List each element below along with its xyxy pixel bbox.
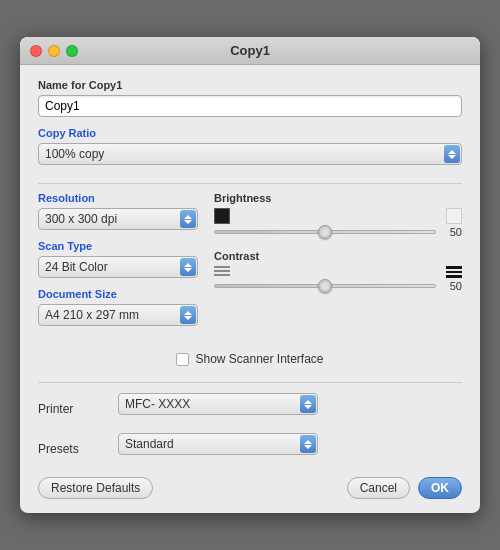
ok-button[interactable]: OK	[418, 477, 462, 499]
brightness-value: 50	[442, 226, 462, 238]
brightness-section: Brightness 50	[214, 192, 462, 238]
brightness-icon-row	[214, 208, 462, 224]
printer-select[interactable]: MFC- XXXX Other	[118, 393, 318, 415]
restore-defaults-button[interactable]: Restore Defaults	[38, 477, 153, 499]
presets-wrapper: Standard Custom	[118, 433, 318, 455]
right-buttons: Cancel OK	[347, 477, 462, 499]
close-button[interactable]	[30, 45, 42, 57]
document-size-wrapper: A4 210 x 297 mm Letter Legal A3	[38, 304, 198, 326]
dialog-window: Copy1 Name for Copy1 Copy Ratio 100% cop…	[20, 37, 480, 513]
copy-ratio-wrapper: 100% copy 50% copy 200% copy Custom	[38, 143, 462, 165]
bottom-form: Printer MFC- XXXX Other Presets St	[38, 382, 462, 465]
button-row: Restore Defaults Cancel OK	[38, 477, 462, 499]
contrast-icon-row	[214, 266, 462, 278]
scanner-interface-checkbox[interactable]	[176, 353, 189, 366]
brightness-light-icon	[446, 208, 462, 224]
resolution-wrapper: 300 x 300 dpi 600 x 600 dpi 1200 x 1200 …	[38, 208, 198, 230]
contrast-slider-row: 50	[214, 280, 462, 292]
right-column: Brightness 50 Contrast	[214, 192, 462, 336]
name-input[interactable]	[38, 95, 462, 117]
scanner-interface-label: Show Scanner Interface	[195, 352, 323, 366]
contrast-label: Contrast	[214, 250, 259, 262]
contrast-header: Contrast	[214, 250, 462, 262]
maximize-button[interactable]	[66, 45, 78, 57]
brightness-slider-row: 50	[214, 226, 462, 238]
cancel-button[interactable]: Cancel	[347, 477, 410, 499]
resolution-label: Resolution	[38, 192, 198, 204]
traffic-lights	[30, 45, 78, 57]
brightness-slider[interactable]	[214, 230, 436, 234]
contrast-slider[interactable]	[214, 284, 436, 288]
two-col-section: Resolution 300 x 300 dpi 600 x 600 dpi 1…	[38, 192, 462, 336]
brightness-header: Brightness	[214, 192, 462, 204]
contrast-low-icon	[214, 266, 230, 278]
dialog-content: Name for Copy1 Copy Ratio 100% copy 50% …	[20, 65, 480, 513]
printer-wrapper: MFC- XXXX Other	[118, 393, 318, 415]
scan-type-wrapper: 24 Bit Color Grayscale Black & White	[38, 256, 198, 278]
name-label: Name for Copy1	[38, 79, 462, 91]
titlebar: Copy1	[20, 37, 480, 65]
presets-select[interactable]: Standard Custom	[118, 433, 318, 455]
document-size-select[interactable]: A4 210 x 297 mm Letter Legal A3	[38, 304, 198, 326]
contrast-section: Contrast	[214, 250, 462, 292]
contrast-value: 50	[442, 280, 462, 292]
contrast-high-icon	[446, 266, 462, 278]
brightness-dark-icon	[214, 208, 230, 224]
minimize-button[interactable]	[48, 45, 60, 57]
presets-label: Presets	[38, 442, 118, 456]
presets-row: Presets Standard Custom	[38, 433, 462, 465]
resolution-select[interactable]: 300 x 300 dpi 600 x 600 dpi 1200 x 1200 …	[38, 208, 198, 230]
copy-ratio-label: Copy Ratio	[38, 127, 462, 139]
scan-type-label: Scan Type	[38, 240, 198, 252]
scan-type-select[interactable]: 24 Bit Color Grayscale Black & White	[38, 256, 198, 278]
divider-1	[38, 183, 462, 184]
printer-row: Printer MFC- XXXX Other	[38, 393, 462, 425]
brightness-label: Brightness	[214, 192, 271, 204]
scanner-interface-row: Show Scanner Interface	[38, 352, 462, 366]
left-column: Resolution 300 x 300 dpi 600 x 600 dpi 1…	[38, 192, 198, 336]
window-title: Copy1	[230, 43, 270, 58]
copy-ratio-select[interactable]: 100% copy 50% copy 200% copy Custom	[38, 143, 462, 165]
printer-label: Printer	[38, 402, 118, 416]
document-size-label: Document Size	[38, 288, 198, 300]
